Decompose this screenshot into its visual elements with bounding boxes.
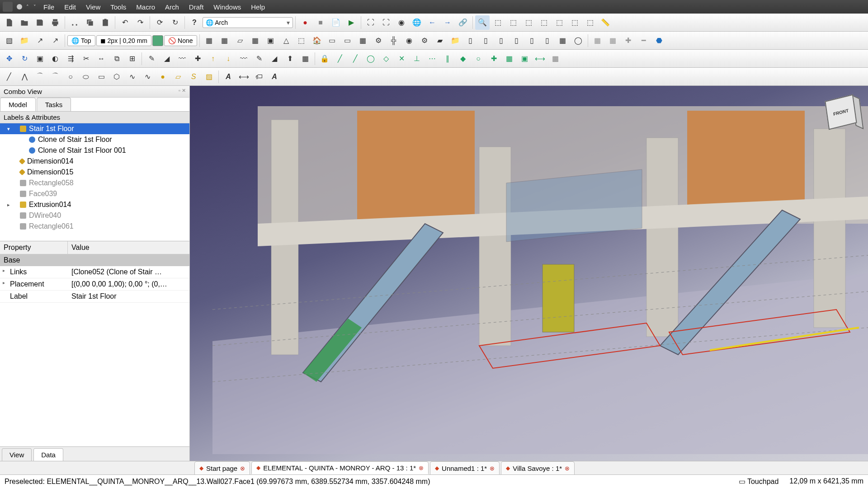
arc-button[interactable]: ⌒ [48,70,62,84]
panel-minimize-icon[interactable]: ▫ [179,88,180,93]
open-file-button[interactable] [17,15,32,30]
line-width-selector[interactable]: ◼2px | 0,20 mm [96,35,151,46]
doc-tab-start[interactable]: ◆Start page⊗ [194,461,250,474]
property-row[interactable]: ▸Links[Clone052 (Clone of Stair … [0,266,189,278]
arch-floor-button[interactable]: ▱ [233,33,247,48]
text-button[interactable]: A [221,70,236,84]
tree-item[interactable]: DWire040 [0,210,189,221]
front-view-button[interactable]: ⬚ [506,15,520,30]
up-button[interactable]: ↑ [206,52,220,66]
snap-center-button[interactable]: ◯ [363,52,378,66]
subelement-button[interactable]: ◢ [160,52,174,66]
hatch-button[interactable]: ▨ [202,70,216,84]
value-header[interactable]: Value [68,241,93,254]
fit-all-button[interactable]: ⛶ [363,15,378,30]
tree-item[interactable]: Face039 [0,188,189,199]
undo-button[interactable]: ↶ [118,15,132,30]
snap-intersection-button[interactable]: ✕ [394,52,409,66]
iso-view-button[interactable]: ⬚ [491,15,505,30]
shape2d-button[interactable]: 〰 [236,52,251,66]
window-dot[interactable] [17,4,22,9]
lock-button[interactable]: 🔒 [317,52,332,66]
ellipse-button[interactable]: ⬭ [79,70,93,84]
macro-list-button[interactable]: 📄 [329,15,343,30]
arch-building-button[interactable]: ▦ [248,33,263,48]
tab-view[interactable]: View [2,448,32,461]
property-header[interactable]: Property [0,241,68,254]
snap-dim-button[interactable]: ⟷ [533,52,547,66]
menu-draft[interactable]: Draft [184,1,208,13]
dimension-button[interactable]: ⟷ [236,70,251,84]
snap-angle-button[interactable]: ◇ [379,52,393,66]
polygon-button[interactable]: ⬡ [109,70,124,84]
annotation-style-button[interactable]: A [267,70,282,84]
snap-extension-button[interactable]: ⋯ [425,52,439,66]
tree-item[interactable]: Dimension014 [0,156,189,167]
close-icon[interactable]: ⊗ [490,465,495,472]
snap-endpoint-button[interactable]: ╱ [333,52,347,66]
zoom-button[interactable]: 🔍 [475,15,490,30]
close-icon[interactable]: ⊗ [240,465,245,472]
nav-back-button[interactable]: ← [425,15,439,30]
arch-import-button[interactable]: ↗ [48,33,62,48]
arch-material-button[interactable]: ⚙ [417,33,432,48]
panel-close-icon[interactable]: ✕ [182,88,186,93]
arch-component-button[interactable]: ▯ [540,33,555,48]
arch-equipment-button[interactable]: ⚙ [371,33,386,48]
offset-button[interactable]: ⇶ [63,52,78,66]
navigation-cube[interactable]: FRONT [822,91,863,132]
workbench-selector[interactable]: 🌐 Arch [203,17,293,28]
view-top-button[interactable]: 🌐Top [67,35,95,46]
save-button[interactable] [33,15,47,30]
snap-special-button[interactable]: ◆ [456,52,470,66]
mirror-button[interactable]: ◐ [48,52,62,66]
snap-perpendicular-button[interactable]: ⊥ [410,52,424,66]
copy-button[interactable] [83,15,97,30]
arch-profile-button[interactable]: ▯ [479,33,493,48]
close-icon[interactable]: ⊗ [565,465,570,472]
arch-rebar-button[interactable]: ▦ [217,33,232,48]
right-view-button[interactable]: ⬚ [537,15,551,30]
measure-button[interactable]: 📏 [598,15,613,30]
move-button[interactable]: ✥ [2,52,16,66]
fillet-button[interactable]: ⌒ [33,70,47,84]
print-button[interactable] [48,15,62,30]
snap-midpoint-button[interactable]: ╱ [348,52,363,66]
play-macro-button[interactable]: ▶ [344,15,359,30]
arch-section-button[interactable]: 🏠 [310,33,324,48]
arch-wall-button[interactable]: ▧ [2,33,16,48]
arch-window-button[interactable]: ▣ [264,33,278,48]
arch-minus-button[interactable]: ━ [637,33,651,48]
shapestring-button[interactable]: S [186,70,201,84]
tree-item[interactable]: ▸Extrusion014 [0,199,189,210]
downgrade-button[interactable]: ▦ [298,52,312,66]
menu-macro[interactable]: Macro [132,1,160,13]
tree-item[interactable]: Rectangle061 [0,221,189,232]
status-nav-style[interactable]: ▭ Touchpad [739,477,779,486]
arch-survey-button[interactable]: ▯ [525,33,539,48]
arch-clone-button[interactable]: ▦ [556,33,570,48]
tree-item[interactable]: Dimension015 [0,167,189,178]
arch-space-button[interactable]: ▭ [325,33,340,48]
menu-tools[interactable]: Tools [106,1,131,13]
chevron-down-icon[interactable]: ˅ [33,4,36,10]
redo-button[interactable]: ↷ [133,15,147,30]
close-icon[interactable]: ⊗ [419,465,424,471]
toggle-grid-button[interactable]: ▦ [548,52,562,66]
slope-button[interactable]: ◢ [267,52,282,66]
cut-button[interactable] [67,15,82,30]
array-button[interactable]: ⊞ [125,52,139,66]
new-file-button[interactable] [2,15,16,30]
doc-tab-villa[interactable]: ◆Villa Savoye : 1*⊗ [501,461,575,474]
clone-button[interactable]: ⧉ [109,52,124,66]
arch-remove-button[interactable]: ▯ [509,33,524,48]
color-swatch-button[interactable] [152,35,163,46]
link-button[interactable]: 🔗 [456,15,470,30]
facebinder-button[interactable]: ▱ [171,70,185,84]
wire-to-bspline-button[interactable]: 〰 [175,52,189,66]
stop-macro-button[interactable]: ■ [313,15,328,30]
top-view-button[interactable]: ⬚ [521,15,536,30]
arch-structure-button[interactable]: ▦ [202,33,217,48]
menu-edit[interactable]: Edit [60,1,80,13]
bezier-button[interactable]: ∿ [140,70,155,84]
